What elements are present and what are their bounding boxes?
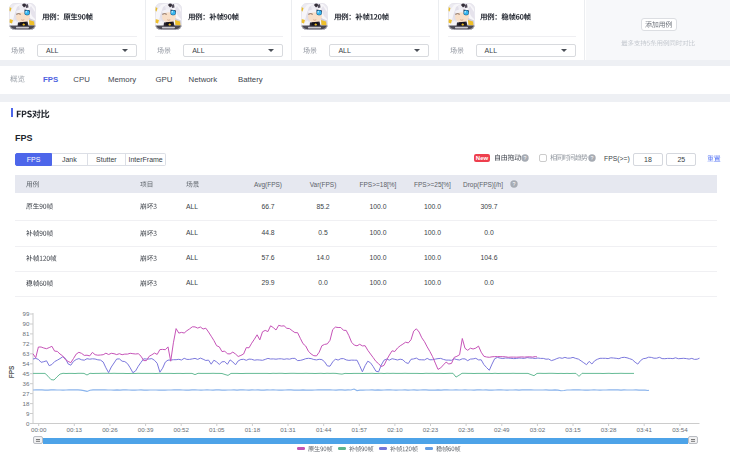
svg-text:01:18: 01:18	[245, 426, 261, 433]
svg-text:54: 54	[23, 360, 30, 367]
svg-text:99: 99	[23, 310, 30, 317]
svg-text:00:39: 00:39	[138, 426, 154, 433]
svg-text:00:13: 00:13	[67, 426, 83, 433]
svg-text:00:52: 00:52	[173, 426, 189, 433]
svg-text:02:49: 02:49	[494, 426, 510, 433]
svg-text:00:26: 00:26	[102, 426, 118, 433]
svg-text:18: 18	[23, 400, 30, 407]
svg-text:0: 0	[26, 420, 30, 427]
svg-text:36: 36	[23, 380, 30, 387]
svg-text:03:54: 03:54	[672, 426, 688, 433]
svg-text:81: 81	[23, 330, 30, 337]
svg-text:01:44: 01:44	[316, 426, 332, 433]
svg-text:01:05: 01:05	[209, 426, 225, 433]
svg-text:FPS: FPS	[8, 365, 15, 378]
svg-text:02:36: 02:36	[458, 426, 474, 433]
svg-text:00:00: 00:00	[31, 426, 47, 433]
svg-text:03:41: 03:41	[636, 426, 652, 433]
svg-text:27: 27	[23, 390, 30, 397]
svg-text:03:15: 03:15	[565, 426, 581, 433]
svg-text:9: 9	[26, 410, 30, 417]
svg-text:63: 63	[23, 350, 30, 357]
svg-text:01:31: 01:31	[280, 426, 296, 433]
svg-text:01:57: 01:57	[352, 426, 368, 433]
svg-text:72: 72	[23, 340, 30, 347]
svg-text:03:28: 03:28	[601, 426, 617, 433]
svg-text:90: 90	[23, 320, 30, 327]
svg-text:02:10: 02:10	[387, 426, 403, 433]
svg-text:02:23: 02:23	[423, 426, 439, 433]
svg-text:03:02: 03:02	[530, 426, 546, 433]
svg-text:45: 45	[23, 370, 30, 377]
